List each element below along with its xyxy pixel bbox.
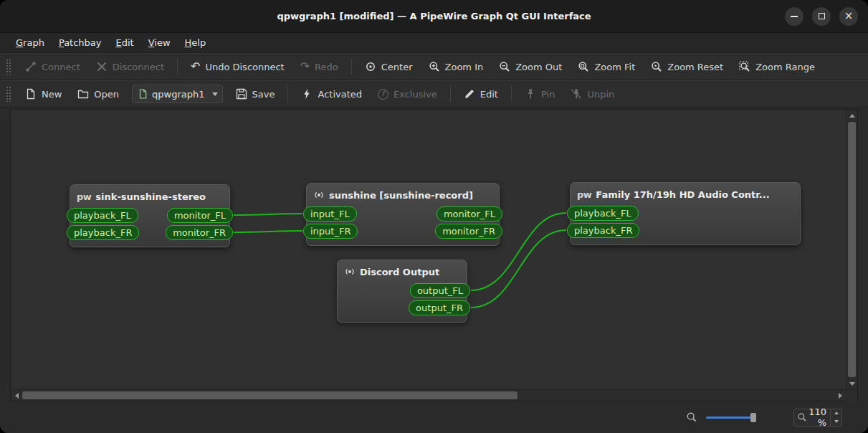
port-output-fr[interactable]: output_FR [409, 300, 470, 315]
zoom-slider[interactable] [706, 411, 752, 423]
lightning-icon [301, 88, 313, 100]
open-button[interactable]: Open [70, 84, 126, 104]
maximize-icon [819, 13, 825, 19]
graph-canvas[interactable]: pw sink-sunshine-stereo playback_FL moni… [11, 110, 846, 389]
save-label: Save [252, 89, 275, 100]
port-playback-fr[interactable]: playback_FR [567, 223, 639, 238]
monitor-icon [344, 267, 356, 277]
port-monitor-fl[interactable]: monitor_FL [167, 208, 233, 223]
menu-edit[interactable]: Edit [109, 33, 141, 52]
menu-view[interactable]: View [141, 33, 178, 52]
port-playback-fl[interactable]: playback_FL [67, 208, 138, 223]
statusbar: 110 % [0, 401, 868, 433]
disconnect-button[interactable]: Disconnect [89, 57, 171, 77]
minimize-button[interactable] [785, 7, 803, 26]
zoom-in-icon [429, 61, 440, 72]
zoom-in-label: Zoom In [445, 62, 484, 72]
close-button[interactable]: × [839, 7, 858, 26]
menu-graph[interactable]: Graph [9, 33, 52, 52]
undo-disconnect-label: Undo Disconnect [205, 62, 284, 72]
pipewire-icon: pw [77, 191, 91, 202]
port-output-fl[interactable]: output_FL [410, 283, 470, 298]
scroll-up-button[interactable] [846, 110, 858, 121]
node-title: Discord Output [360, 267, 439, 277]
unpin-icon [571, 88, 582, 100]
node-family-hd-audio[interactable]: pw Family 17h/19h HD Audio Contr... play… [570, 182, 801, 245]
window-controls: × [785, 0, 858, 32]
arrow-up-icon [834, 411, 839, 414]
exclusive-label: Exclusive [394, 89, 437, 100]
toolbar-separator [511, 86, 512, 102]
port-monitor-fl[interactable]: monitor_FL [437, 206, 502, 222]
toolbar-drag-handle[interactable] [6, 86, 12, 102]
exclusive-button[interactable]: f Exclusive [371, 84, 444, 104]
center-label: Center [381, 62, 413, 72]
patchbay-file-combo[interactable]: qpwgraph1 [132, 85, 222, 103]
maximize-button[interactable] [812, 7, 831, 26]
save-button[interactable]: Save [229, 84, 282, 104]
node-header: Discord Output [338, 260, 467, 283]
save-icon [236, 88, 247, 100]
minimize-icon [791, 16, 798, 17]
arrow-down-icon [849, 382, 855, 386]
zoom-range-button[interactable]: Zoom Range [732, 57, 822, 77]
app-window: qpwgraph1 [modified] — A PipeWire Graph … [0, 0, 868, 433]
zoom-slider-handle[interactable] [750, 413, 756, 422]
horizontal-scroll-thumb[interactable] [22, 391, 518, 399]
redo-button[interactable]: ↷ Redo [293, 57, 345, 77]
unpin-button[interactable]: Unpin [563, 84, 621, 104]
toolbar-drag-handle[interactable] [6, 59, 12, 75]
scroll-down-button[interactable] [846, 378, 858, 389]
edit-button[interactable]: Edit [457, 84, 505, 104]
port-input-fl[interactable]: input_FL [303, 206, 357, 222]
port-monitor-fr[interactable]: monitor_FR [166, 225, 233, 240]
zoom-in-button[interactable]: Zoom In [421, 57, 491, 77]
activated-button[interactable]: Activated [294, 84, 369, 104]
node-sunshine-record[interactable]: sunshine [sunshine-record] input_FL moni… [306, 183, 500, 246]
zoom-out-icon [499, 61, 510, 72]
redo-label: Redo [315, 62, 338, 72]
disconnect-icon [96, 61, 108, 72]
center-button[interactable]: Center [358, 57, 420, 77]
zoom-out-button[interactable]: Zoom Out [492, 57, 569, 77]
spin-arrows [830, 409, 841, 426]
zoom-increase-button[interactable] [831, 409, 841, 418]
scrollbar-corner [846, 390, 857, 401]
arrow-right-icon [839, 393, 842, 399]
graph-view-frame: pw sink-sunshine-stereo playback_FL moni… [10, 109, 858, 401]
connect-button[interactable]: Connect [18, 57, 87, 77]
toolbar-separator [450, 86, 451, 102]
port-monitor-fr[interactable]: monitor_FR [435, 224, 502, 239]
menu-help[interactable]: Help [178, 33, 214, 52]
connection-wires [11, 110, 846, 389]
zoom-decrease-button[interactable] [831, 417, 841, 426]
vertical-scroll-thumb[interactable] [848, 122, 856, 377]
menu-patchbay[interactable]: Patchbay [52, 33, 109, 52]
horizontal-scrollbar[interactable] [11, 389, 857, 401]
port-input-fr[interactable]: input_FR [303, 224, 358, 239]
horizontal-scroll-track[interactable] [22, 390, 834, 401]
connection-line[interactable] [234, 231, 302, 232]
new-button[interactable]: New [18, 84, 69, 104]
node-discord-output[interactable]: Discord Output output_FL output_FR [337, 260, 467, 323]
patchbay-toolbar: New Open qpwgraph1 Save Activated f Excl… [0, 80, 868, 108]
pin-button[interactable]: Pin [518, 84, 562, 104]
zoom-slider-track[interactable] [706, 417, 752, 419]
zoom-reset-button[interactable]: Zoom Reset [644, 57, 730, 77]
zoom-spinbox[interactable]: 110 % [793, 409, 842, 427]
connection-line[interactable] [234, 214, 302, 215]
vertical-scrollbar[interactable] [846, 110, 857, 389]
scroll-left-button[interactable] [11, 390, 22, 401]
arrow-up-icon [849, 114, 855, 118]
zoom-slider-icon [686, 411, 697, 423]
titlebar[interactable]: qpwgraph1 [modified] — A PipeWire Graph … [0, 0, 868, 33]
node-header: sunshine [sunshine-record] [307, 184, 499, 206]
scroll-right-button[interactable] [834, 390, 846, 401]
port-playback-fr[interactable]: playback_FR [67, 225, 139, 240]
port-playback-fl[interactable]: playback_FL [567, 206, 639, 221]
node-sink-sunshine-stereo[interactable]: pw sink-sunshine-stereo playback_FL moni… [70, 184, 230, 247]
vertical-scroll-track[interactable] [846, 121, 857, 378]
zoom-fit-button[interactable]: Zoom Fit [571, 57, 642, 77]
pin-label: Pin [541, 89, 555, 100]
undo-disconnect-button[interactable]: ↶ Undo Disconnect [183, 57, 292, 77]
